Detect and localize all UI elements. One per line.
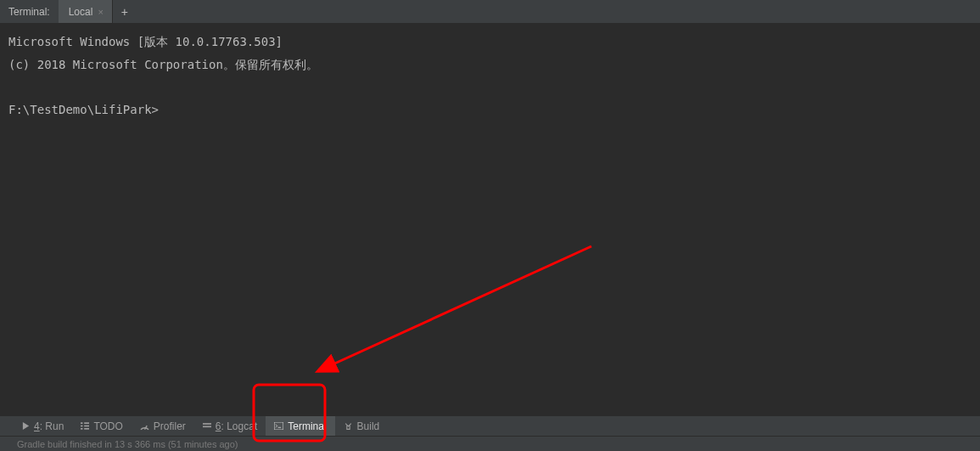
svg-rect-5 (85, 428, 90, 430)
svg-rect-9 (274, 422, 283, 430)
tool-todo[interactable]: TODO (72, 416, 131, 436)
svg-rect-8 (203, 426, 211, 428)
svg-rect-4 (81, 428, 83, 430)
terminal-output[interactable]: Microsoft Windows [版本 10.0.17763.503] (c… (0, 24, 980, 415)
terminal-tab-bar: Terminal: Local × + (0, 0, 980, 24)
panel-label: Terminal: (0, 0, 59, 23)
todo-icon (81, 422, 89, 430)
svg-rect-2 (81, 426, 83, 427)
tab-local-label: Local (69, 6, 93, 18)
terminal-line: Microsoft Windows [版本 10.0.17763.503] (8, 35, 283, 48)
build-icon (344, 422, 353, 431)
status-bar: Gradle build finished in 13 s 366 ms (51… (0, 436, 980, 451)
logcat-icon (203, 422, 211, 430)
tool-window-bar: 4: Run TODO Profiler 6: Logcat Terminal … (0, 415, 980, 436)
svg-rect-0 (81, 422, 83, 424)
svg-rect-7 (203, 423, 211, 425)
profiler-icon (140, 422, 149, 431)
tool-build[interactable]: Build (335, 416, 389, 436)
add-tab-button[interactable]: + (113, 0, 137, 23)
play-icon (22, 422, 30, 430)
tool-logcat[interactable]: 6: Logcat (194, 416, 266, 436)
status-text: Gradle build finished in 13 s 366 ms (51… (17, 439, 238, 449)
tool-terminal[interactable]: Terminal (266, 416, 334, 436)
tool-run[interactable]: 4: Run (14, 416, 72, 436)
svg-rect-1 (85, 422, 90, 424)
tab-local[interactable]: Local × (59, 0, 113, 23)
terminal-icon (274, 422, 283, 430)
terminal-line: (c) 2018 Microsoft Corporation。保留所有权利。 (8, 58, 318, 71)
close-icon[interactable]: × (98, 7, 103, 17)
svg-rect-3 (85, 426, 90, 427)
terminal-prompt: F:\TestDemo\LifiPark> (8, 103, 159, 116)
tool-profiler[interactable]: Profiler (132, 416, 194, 436)
